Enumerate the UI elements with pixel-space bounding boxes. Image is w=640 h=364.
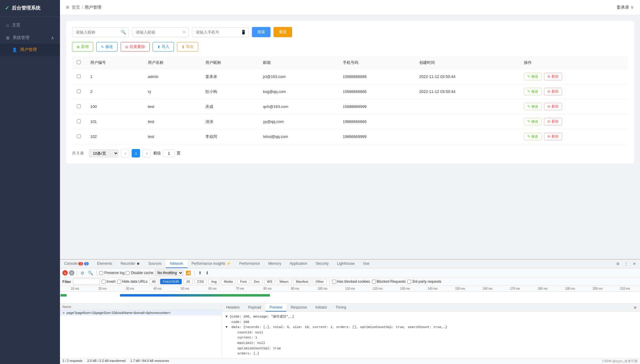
disable-cache-label[interactable]: Disable cache	[126, 271, 153, 275]
search-button[interactable]: 搜索	[252, 27, 271, 37]
tab-memory[interactable]: Memory	[264, 260, 285, 268]
detail-tab-initiator[interactable]: Initiator	[311, 304, 331, 312]
delete-icon: ⊖	[125, 45, 128, 49]
tab-application[interactable]: Application	[286, 260, 312, 268]
detail-tab-preview[interactable]: Preview	[265, 304, 287, 312]
tab-lighthouse[interactable]: Lighthouse	[333, 260, 359, 268]
tab-recorder[interactable]: Recorder ⏺	[116, 260, 144, 268]
has-blocked-cookies-label[interactable]: Has blocked cookies	[332, 279, 370, 284]
page-1-btn[interactable]: 1	[132, 149, 140, 157]
edit-button[interactable]: ✎ 修改	[96, 42, 118, 52]
invert-label[interactable]: Invert	[102, 279, 115, 284]
sidebar-item-home[interactable]: ⌂ 主页	[0, 19, 60, 31]
edit-row-button[interactable]: ✎ 修改	[524, 88, 542, 95]
row-checkbox[interactable]	[77, 119, 81, 123]
tab-console[interactable]: Console 3 1	[60, 260, 93, 268]
menu-icon[interactable]: ≡	[66, 4, 69, 10]
export-button[interactable]: ⬆ 导出	[177, 42, 198, 52]
delete-row-button[interactable]: ⊖ 删除	[544, 88, 562, 95]
throttle-select[interactable]: No throttling Fast 3G Slow 3G	[155, 270, 183, 276]
network-request-row[interactable]: ✕ page?pageNum=1&pageSize=10&nickName=&e…	[60, 310, 222, 316]
upload-icon[interactable]: ⬆	[197, 270, 203, 276]
email-input[interactable]	[132, 27, 189, 37]
third-party-label[interactable]: 3rd-party requests	[407, 279, 441, 284]
filter-ws-btn[interactable]: WS	[264, 279, 275, 284]
select-all-checkbox[interactable]	[77, 60, 81, 64]
more-icon[interactable]: ⋮	[623, 261, 630, 267]
filter-wasm-btn[interactable]: Wasm	[277, 279, 292, 284]
filter-media-btn[interactable]: Media	[221, 279, 235, 284]
tab-security[interactable]: Security	[311, 260, 333, 268]
delete-row-button[interactable]: ⊖ 删除	[544, 73, 562, 80]
filter-fetch-xhr-btn[interactable]: Fetch/XHR	[160, 279, 182, 284]
invert-checkbox[interactable]	[102, 280, 106, 284]
filter-other-btn[interactable]: Other	[313, 279, 327, 284]
has-blocked-cookies-checkbox[interactable]	[332, 280, 336, 284]
close-devtools-icon[interactable]: ✕	[631, 261, 638, 267]
filter-doc-btn[interactable]: Doc	[251, 279, 262, 284]
tab-vue[interactable]: Vue	[359, 260, 374, 268]
detail-tab-payload[interactable]: Payload	[244, 304, 265, 312]
detail-tab-timing[interactable]: Timing	[331, 304, 351, 312]
blocked-requests-label[interactable]: Blocked Requests	[372, 279, 406, 284]
row-checkbox[interactable]	[77, 134, 81, 138]
filter-font-btn[interactable]: Font	[237, 279, 249, 284]
row-checkbox[interactable]	[77, 74, 81, 78]
settings-icon[interactable]: ⚙	[615, 261, 621, 267]
blocked-requests-checkbox[interactable]	[372, 280, 376, 284]
phone-input[interactable]	[192, 27, 249, 37]
goto-input[interactable]	[163, 150, 175, 157]
next-page-btn[interactable]: ›	[142, 149, 151, 157]
network-row-close-icon[interactable]: ✕	[62, 311, 65, 315]
online-icon[interactable]: 📶	[184, 270, 192, 276]
cell-nickname: 狂小狗	[201, 84, 258, 99]
detail-tab-headers[interactable]: Headers	[222, 304, 244, 312]
hide-data-urls-label[interactable]: Hide data URLs	[117, 279, 148, 284]
import-button[interactable]: ⬆ 导入	[153, 42, 174, 52]
download-icon[interactable]: ⬇	[204, 270, 210, 276]
reset-button[interactable]: 重置	[274, 27, 292, 37]
sidebar-item-system[interactable]: ⊞ 系统管理 ∧	[0, 31, 60, 44]
prev-page-btn[interactable]: ‹	[121, 149, 129, 157]
filter-img-btn[interactable]: Img	[208, 279, 219, 284]
sidebar-item-user-mgmt[interactable]: 👤 用户管理	[0, 44, 60, 55]
edit-row-button[interactable]: ✎ 修改	[524, 103, 542, 110]
devtools-statusbar: 1 / 2 requests 2.0 kB / 2.2 kB transferr…	[60, 358, 640, 364]
preserve-log-label[interactable]: Preserve log	[99, 271, 124, 275]
filter-input[interactable]	[73, 279, 100, 285]
breadcrumb-home[interactable]: 首页	[72, 5, 80, 10]
tab-elements[interactable]: Elements	[93, 260, 116, 268]
tab-sources[interactable]: Sources	[144, 260, 166, 268]
third-party-checkbox[interactable]	[407, 280, 411, 284]
filter-manifest-btn[interactable]: Manifest	[293, 279, 311, 284]
record-button[interactable]: ●	[62, 270, 68, 276]
batch-delete-button[interactable]: ⊖ 批量删除	[121, 42, 150, 52]
stop-record-button[interactable]: ⊘	[69, 270, 74, 276]
edit-row-button[interactable]: ✎ 修改	[524, 133, 542, 140]
add-button[interactable]: ⊕ 新增	[72, 42, 93, 52]
row-checkbox[interactable]	[77, 104, 81, 108]
filter-js-btn[interactable]: JS	[184, 279, 193, 284]
page-size-select[interactable]: 10条/页 20条/页 50条/页	[89, 149, 118, 157]
preserve-log-checkbox[interactable]	[99, 271, 103, 275]
disable-cache-checkbox[interactable]	[126, 271, 130, 275]
filter-icon[interactable]: ⊘	[79, 270, 85, 276]
nickname-input[interactable]	[72, 27, 129, 37]
delete-row-button[interactable]: ⊖ 删除	[544, 118, 562, 125]
edit-row-button[interactable]: ✎ 修改	[524, 118, 542, 125]
devtools-panel: Console 3 1 Elements Recorder ⏺ Sources …	[60, 259, 640, 364]
edit-row-button[interactable]: ✎ 修改	[524, 73, 542, 80]
tab-performance[interactable]: Performance	[235, 260, 264, 268]
detail-tab-response[interactable]: Response	[286, 304, 311, 312]
delete-row-button[interactable]: ⊖ 删除	[544, 133, 562, 140]
hide-data-urls-checkbox[interactable]	[117, 280, 121, 284]
row-checkbox[interactable]	[77, 89, 81, 93]
tab-network[interactable]: Network	[166, 260, 187, 268]
filter-all-btn[interactable]: All	[149, 279, 158, 284]
tab-performance-insights[interactable]: Performance insights ⚡	[187, 260, 235, 268]
search-icon[interactable]: 🔍	[87, 270, 94, 276]
filter-css-btn[interactable]: CSS	[195, 279, 207, 284]
delete-row-button[interactable]: ⊖ 删除	[544, 103, 562, 110]
user-menu[interactable]: 姜承录 ∨	[617, 5, 634, 10]
detail-close-icon[interactable]: ✕	[630, 304, 640, 312]
